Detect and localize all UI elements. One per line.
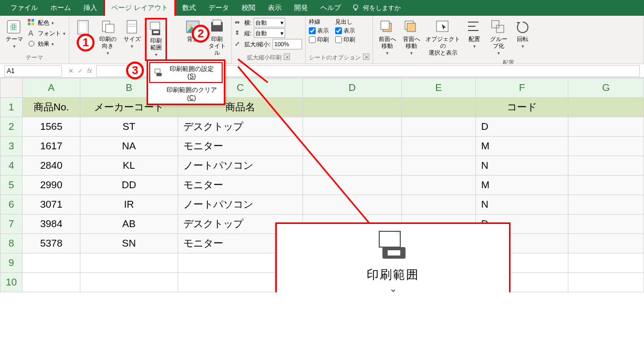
selection-pane-button[interactable]: オブジェクトの 選択と表示 bbox=[424, 18, 461, 58]
bring-forward-button[interactable]: 前面へ 移動 bbox=[376, 18, 398, 58]
header-cell[interactable] bbox=[303, 98, 402, 117]
cell[interactable] bbox=[401, 137, 475, 156]
cell[interactable]: ST bbox=[80, 117, 178, 137]
cell[interactable]: 5378 bbox=[22, 234, 80, 253]
tab-insert[interactable]: 挿入 bbox=[77, 0, 103, 16]
col-header-A[interactable]: A bbox=[22, 78, 80, 98]
name-box[interactable]: A1 bbox=[4, 65, 62, 77]
print-area-set[interactable]: 印刷範囲の設定(S) bbox=[149, 62, 223, 84]
cell[interactable] bbox=[568, 117, 644, 137]
header-cell[interactable]: 商品No. bbox=[22, 98, 80, 117]
cell[interactable] bbox=[568, 156, 644, 176]
gridlines-show-checkbox[interactable]: 表示 bbox=[309, 27, 329, 35]
cell[interactable]: DD bbox=[80, 176, 178, 195]
tab-pagelayout[interactable]: ページ レイアウト bbox=[103, 0, 176, 17]
gridlines-print-checkbox[interactable]: 印刷 bbox=[309, 36, 329, 44]
row-header-6[interactable]: 6 bbox=[1, 195, 23, 215]
cell[interactable] bbox=[568, 137, 644, 156]
cell[interactable] bbox=[303, 117, 402, 137]
size-button[interactable]: サイズ bbox=[121, 18, 143, 50]
header-cell[interactable] bbox=[568, 98, 644, 117]
scale-width-combo[interactable]: 自動▾ bbox=[254, 18, 285, 27]
row-header-3[interactable]: 3 bbox=[1, 137, 23, 156]
tab-view[interactable]: 表示 bbox=[262, 0, 288, 16]
sheetopts-launcher[interactable]: ⇲ bbox=[363, 54, 369, 60]
col-header-E[interactable]: E bbox=[401, 78, 475, 98]
send-backward-button[interactable]: 背面へ 移動 bbox=[400, 18, 422, 58]
tab-formulas[interactable]: 数式 bbox=[176, 0, 202, 16]
chevron-down-icon[interactable]: ⌄ bbox=[389, 283, 397, 292]
scale-launcher[interactable]: ⇲ bbox=[284, 54, 290, 60]
cell[interactable] bbox=[22, 273, 80, 292]
cell[interactable]: M bbox=[475, 137, 568, 156]
cell[interactable] bbox=[568, 234, 644, 253]
tab-developer[interactable]: 開発 bbox=[288, 0, 314, 16]
tab-file[interactable]: ファイル bbox=[4, 0, 44, 16]
print-area-button[interactable]: 印刷範囲 印刷範囲の設定(S) 印刷範囲のクリア(C) bbox=[145, 18, 167, 61]
cell[interactable]: M bbox=[475, 176, 568, 195]
cell[interactable] bbox=[303, 176, 402, 195]
cell[interactable]: IR bbox=[80, 195, 178, 215]
tab-data[interactable]: データ bbox=[202, 0, 235, 16]
row-header-2[interactable]: 2 bbox=[1, 117, 23, 137]
fonts-button[interactable]: Aフォント bbox=[27, 28, 66, 38]
cell[interactable] bbox=[568, 253, 644, 273]
rotate-button[interactable]: 回転 bbox=[512, 18, 534, 50]
col-header-D[interactable]: D bbox=[303, 78, 402, 98]
header-cell[interactable]: コード bbox=[475, 98, 568, 117]
print-titles-button[interactable]: 印刷 タイトル bbox=[206, 18, 228, 58]
scale-pct-input[interactable]: 100% bbox=[273, 39, 302, 49]
row-header-8[interactable]: 8 bbox=[1, 234, 23, 253]
print-area-clear[interactable]: 印刷範囲のクリア(C) bbox=[148, 84, 224, 104]
colors-button[interactable]: 配色 bbox=[27, 18, 66, 27]
row-header-4[interactable]: 4 bbox=[1, 156, 23, 176]
cell[interactable]: 3071 bbox=[22, 195, 80, 215]
row-header-9[interactable]: 9 bbox=[1, 253, 23, 273]
cell[interactable]: 1565 bbox=[22, 117, 80, 137]
col-header-G[interactable]: G bbox=[568, 78, 644, 98]
cell[interactable]: N bbox=[475, 195, 568, 215]
col-header-F[interactable]: F bbox=[475, 78, 568, 98]
cancel-icon[interactable]: ✕ bbox=[68, 67, 74, 75]
tab-help[interactable]: ヘルプ bbox=[314, 0, 347, 16]
headings-print-checkbox[interactable]: 印刷 bbox=[335, 36, 355, 44]
cell[interactable] bbox=[401, 195, 475, 215]
select-all-corner[interactable] bbox=[1, 78, 23, 98]
cell[interactable] bbox=[303, 156, 402, 176]
cell[interactable]: NA bbox=[80, 137, 178, 156]
cell[interactable]: 1617 bbox=[22, 137, 80, 156]
cell[interactable] bbox=[401, 117, 475, 137]
tab-review[interactable]: 校閲 bbox=[235, 0, 262, 16]
cell[interactable] bbox=[568, 215, 644, 234]
cell[interactable] bbox=[401, 156, 475, 176]
cell[interactable] bbox=[568, 176, 644, 195]
cell[interactable] bbox=[22, 253, 80, 273]
row-header-10[interactable]: 10 bbox=[1, 273, 23, 292]
enter-icon[interactable]: ✓ bbox=[78, 67, 83, 75]
cell[interactable] bbox=[401, 176, 475, 195]
cell[interactable]: 2840 bbox=[22, 156, 80, 176]
effects-button[interactable]: 効果 bbox=[27, 39, 66, 48]
cell[interactable]: KL bbox=[80, 156, 178, 176]
cell[interactable] bbox=[80, 253, 178, 273]
cell[interactable]: 2990 bbox=[22, 176, 80, 195]
themes-button[interactable]: 亜 テーマ bbox=[3, 18, 25, 50]
cell[interactable]: 3984 bbox=[22, 215, 80, 234]
fx-icon[interactable]: fx bbox=[87, 67, 92, 75]
group-button[interactable]: グループ化 bbox=[487, 18, 510, 58]
headings-show-checkbox[interactable]: 表示 bbox=[335, 27, 355, 35]
row-header-5[interactable]: 5 bbox=[1, 176, 23, 195]
cell[interactable] bbox=[568, 273, 644, 292]
cell[interactable]: モニター bbox=[178, 137, 303, 156]
scale-height-combo[interactable]: 自動▾ bbox=[254, 28, 285, 38]
orientation-button[interactable]: 印刷の 向き bbox=[97, 18, 119, 58]
header-cell[interactable] bbox=[401, 98, 475, 117]
tellme[interactable]: 何をしますか bbox=[351, 4, 401, 13]
cell[interactable] bbox=[80, 273, 178, 292]
cell[interactable]: D bbox=[475, 117, 568, 137]
align-button[interactable]: 配置 bbox=[463, 18, 485, 50]
cell[interactable] bbox=[568, 195, 644, 215]
cell[interactable]: N bbox=[475, 156, 568, 176]
row-header-7[interactable]: 7 bbox=[1, 215, 23, 234]
cell[interactable]: AB bbox=[80, 215, 178, 234]
